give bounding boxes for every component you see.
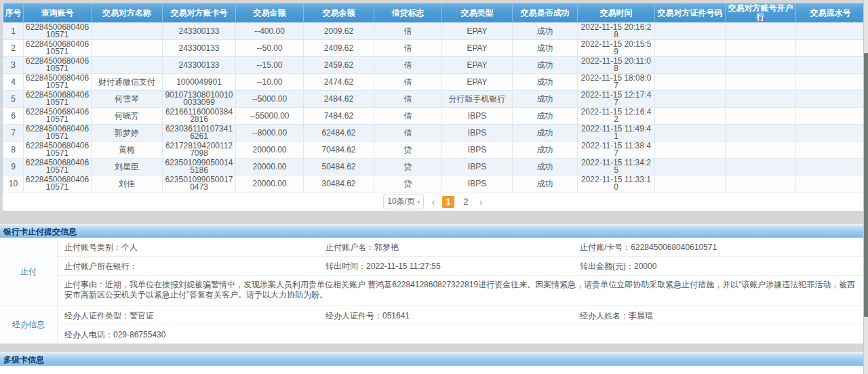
column-header: 交易金额 <box>236 3 304 23</box>
table-cell: 贷 <box>374 159 442 175</box>
table-cell <box>796 125 865 142</box>
table-cell: 243300133 <box>163 23 236 40</box>
next-page-button[interactable]: › <box>477 196 485 207</box>
table-cell: EPAY <box>442 40 513 57</box>
table-cell: 成功 <box>513 23 578 40</box>
table-cell: --8000.00 <box>236 125 304 142</box>
table-cell: 4 <box>3 74 24 91</box>
table-cell: 借 <box>374 125 442 142</box>
table-cell <box>726 142 796 159</box>
table-cell: 借 <box>374 91 442 108</box>
table-cell: 成功 <box>513 91 578 108</box>
table-cell: 1000049901 <box>163 74 236 91</box>
table-cell: 5 <box>3 91 24 108</box>
table-cell: EPAY <box>442 57 513 74</box>
table-row: 16228450068040610571243300133--400.00200… <box>3 23 865 40</box>
handler-group-label: 经办信息 <box>0 306 58 344</box>
column-header: 交易余额 <box>304 3 374 23</box>
multi-card-section-title: 多级卡信息 <box>0 352 868 366</box>
table-cell <box>726 91 796 108</box>
table-cell <box>655 125 726 142</box>
table-cell: IBPS <box>442 175 513 192</box>
table-cell: 借 <box>374 108 442 125</box>
field-stop-reason: 止付事由：近期，我单位在接报刘妮被骗警情中，发现涉案人员利用贵单位相关账户 曹鸿… <box>58 275 868 306</box>
table-cell <box>655 159 726 175</box>
table-cell: 20000.00 <box>236 142 304 159</box>
table-cell: 7 <box>3 125 24 142</box>
column-header: 交易是否成功 <box>513 3 578 23</box>
table-row: 66228450068040610571何晓芳62166116000038428… <box>3 108 865 125</box>
scrollbar-thumb[interactable] <box>864 53 868 317</box>
pagination: 10条/页 ▾ ‹ 1 2 › <box>3 192 865 211</box>
column-header: 交易类型 <box>442 3 513 23</box>
table-cell: 20000.00 <box>236 159 304 175</box>
table-cell <box>726 23 796 40</box>
table-cell: 2022-11-15 20:16:28 <box>578 23 655 40</box>
table-cell: 刘星臣 <box>92 159 163 175</box>
table-cell: --50.00 <box>236 40 304 57</box>
column-header: 交易对方证件号码 <box>655 3 726 23</box>
table-row: 36228450068040610571243300133--15.002459… <box>3 57 865 74</box>
page-2-button[interactable]: 2 <box>460 196 472 208</box>
table-cell: 2022-11-15 20:15:59 <box>578 40 655 57</box>
table-cell: 62484.62 <box>304 125 374 142</box>
column-header: 查询账号 <box>24 3 92 23</box>
table-cell: 贷 <box>374 142 442 159</box>
field-handler-name: 经办人姓名：李晨琨 <box>580 311 859 320</box>
table-cell <box>796 23 865 40</box>
page-1-button[interactable]: 1 <box>442 196 454 208</box>
handler-group: 经办信息 经办人证件类型：警官证 经办人证件号：051641 经办人姓名：李晨琨… <box>0 306 868 344</box>
table-cell: IBPS <box>442 142 513 159</box>
table-cell: --15.00 <box>236 57 304 74</box>
field-stop-account-name: 止付账户名：郭梦艳 <box>326 243 580 252</box>
table-cell: 30484.62 <box>304 175 374 192</box>
table-cell: 郭梦婷 <box>92 125 163 142</box>
table-cell: 2022-11-15 11:38:47 <box>578 142 655 159</box>
stop-payment-group-label: 止付 <box>0 238 58 306</box>
page-size-select[interactable]: 10条/页 ▾ <box>383 194 424 209</box>
table-cell: 6228450068040610571 <box>24 91 92 108</box>
table-row: 96228450068040610571刘星臣62350109905001451… <box>3 159 865 175</box>
column-header: 借贷标志 <box>374 3 442 23</box>
table-cell <box>655 74 726 91</box>
table-cell <box>796 175 865 192</box>
table-cell: 243300133 <box>163 57 236 74</box>
table-cell: 6228450068040610571 <box>24 142 92 159</box>
table-cell <box>655 57 726 74</box>
field-stop-bank: 止付账户所在银行： <box>64 262 326 271</box>
table-cell: 2022-11-15 11:33:10 <box>578 175 655 192</box>
table-cell: 9010713080100100033099 <box>163 91 236 108</box>
table-cell: 借 <box>374 23 442 40</box>
table-cell: 2022-11-15 12:17:47 <box>578 91 655 108</box>
scrollbar[interactable] <box>863 0 868 374</box>
table-cell <box>726 40 796 57</box>
table-cell: 6228450068040610571 <box>24 23 92 40</box>
column-header: 交易对方账号开户行 <box>726 3 796 23</box>
table-cell: 何晓芳 <box>92 108 163 125</box>
table-cell: 2009.62 <box>304 23 374 40</box>
table-cell: 成功 <box>513 74 578 91</box>
table-cell: 2022-11-15 11:34:25 <box>578 159 655 175</box>
table-cell: --5000.00 <box>236 91 304 108</box>
table-cell <box>796 40 865 57</box>
transactions-panel: 序号查询账号交易对方名称交易对方账卡号交易金额交易余额借贷标志交易类型交易是否成… <box>2 3 866 211</box>
prev-page-button[interactable]: ‹ <box>429 196 437 207</box>
table-row: 86228450068040610571黄梅621728194200112709… <box>3 142 865 159</box>
table-cell: 6 <box>3 108 24 125</box>
column-header: 交易流水号 <box>796 3 865 23</box>
table-cell <box>726 74 796 91</box>
table-row: 46228450068040610571财付通微信支付1000049901--1… <box>3 74 865 91</box>
multi-card-section-body: 序号级别止付类型所属机构账号余额止付结果录入人录入单位录入时间 1一级第三方止付… <box>0 366 868 374</box>
table-cell: 6228450068040610571 <box>24 74 92 91</box>
table-cell: --55000.00 <box>236 108 304 125</box>
stop-payment-section-title: 银行卡止付提交信息 <box>0 224 868 238</box>
field-stop-card-no: 止付账/卡号：6228450068040610571 <box>580 243 859 252</box>
table-cell <box>655 91 726 108</box>
table-cell <box>796 74 865 91</box>
table-cell <box>796 142 865 159</box>
table-cell: 2 <box>3 40 24 57</box>
table-cell: 50484.62 <box>304 159 374 175</box>
table-cell: 刘佳 <box>92 175 163 192</box>
table-cell: 成功 <box>513 57 578 74</box>
field-handler-cert-type: 经办人证件类型：警官证 <box>64 311 326 320</box>
